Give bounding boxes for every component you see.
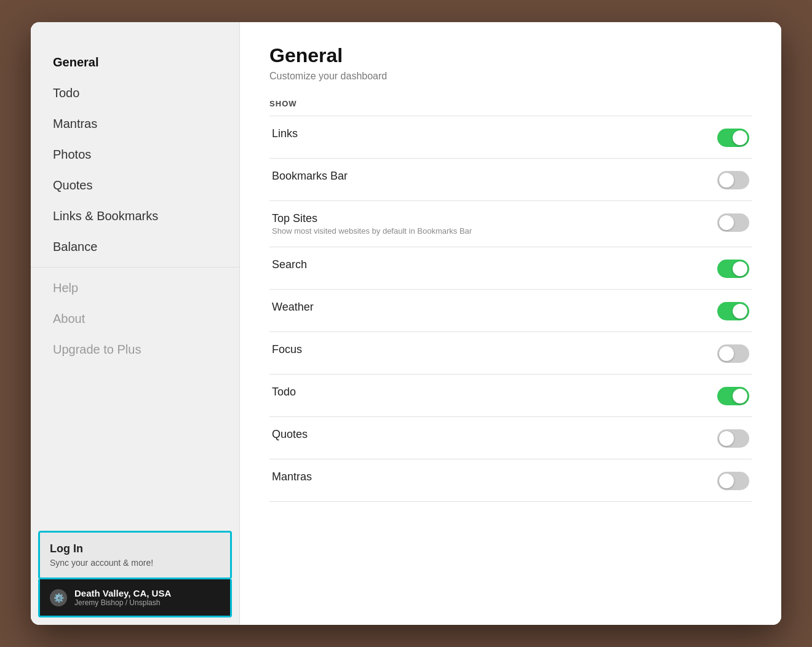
gear-icon[interactable]: ⚙️ xyxy=(50,589,67,606)
sidebar: General Todo Mantras Photos Quotes Links… xyxy=(31,22,240,625)
toggle-row-focus: Focus xyxy=(269,332,752,375)
toggle-label-search: Search xyxy=(272,258,307,271)
toggle-row-top-sites: Top SitesShow most visited websites by d… xyxy=(269,201,752,247)
toggle-label-focus: Focus xyxy=(272,343,302,356)
toggle-row-weather: Weather xyxy=(269,290,752,332)
sidebar-item-help[interactable]: Help xyxy=(31,272,239,303)
main-content: General Customize your dashboard SHOW Li… xyxy=(240,22,781,625)
sidebar-item-photos[interactable]: Photos xyxy=(31,139,239,170)
sidebar-item-mantras[interactable]: Mantras xyxy=(31,108,239,139)
sidebar-item-general[interactable]: General xyxy=(31,47,239,77)
toggle-label-top-sites: Top Sites xyxy=(272,212,472,225)
login-card-subtitle: Sync your account & more! xyxy=(50,558,220,568)
sidebar-item-balance[interactable]: Balance xyxy=(31,231,239,262)
toggle-list: LinksBookmarks BarTop SitesShow most vis… xyxy=(269,116,752,502)
toggle-switch-top-sites[interactable] xyxy=(717,213,749,232)
toggle-row-todo: Todo xyxy=(269,375,752,417)
toggle-switch-weather[interactable] xyxy=(717,302,749,320)
toggle-label-todo: Todo xyxy=(272,386,296,399)
location-bar: ⚙️ Death Valley, CA, USA Jeremy Bishop /… xyxy=(38,579,232,617)
sidebar-nav: General Todo Mantras Photos Quotes Links… xyxy=(31,41,239,526)
sidebar-item-links-bookmarks[interactable]: Links & Bookmarks xyxy=(31,200,239,231)
toggle-description-top-sites: Show most visited websites by default in… xyxy=(272,226,472,236)
toggle-label-quotes: Quotes xyxy=(272,428,308,441)
toggle-switch-focus[interactable] xyxy=(717,344,749,363)
sidebar-item-about[interactable]: About xyxy=(31,303,239,334)
sidebar-item-quotes[interactable]: Quotes xyxy=(31,170,239,200)
toggle-row-mantras: Mantras xyxy=(269,459,752,502)
sidebar-item-upgrade[interactable]: Upgrade to Plus xyxy=(31,334,239,365)
toggle-switch-quotes[interactable] xyxy=(717,429,749,448)
location-title: Death Valley, CA, USA xyxy=(74,588,171,598)
toggle-switch-todo[interactable] xyxy=(717,387,749,405)
toggle-row-links: Links xyxy=(269,116,752,159)
toggle-switch-mantras[interactable] xyxy=(717,472,749,490)
toggle-label-links: Links xyxy=(272,127,298,140)
login-card-title: Log In xyxy=(50,542,220,555)
page-subtitle: Customize your dashboard xyxy=(269,71,752,82)
sidebar-divider xyxy=(31,267,239,268)
toggle-row-bookmarks-bar: Bookmarks Bar xyxy=(269,159,752,201)
section-label: SHOW xyxy=(269,99,752,108)
sidebar-item-todo[interactable]: Todo xyxy=(31,77,239,108)
toggle-label-mantras: Mantras xyxy=(272,470,312,483)
toggle-label-weather: Weather xyxy=(272,301,314,314)
login-card[interactable]: Log In Sync your account & more! xyxy=(38,531,232,579)
location-info: Death Valley, CA, USA Jeremy Bishop / Un… xyxy=(74,588,171,607)
toggle-row-search: Search xyxy=(269,247,752,290)
settings-modal: General Todo Mantras Photos Quotes Links… xyxy=(31,22,781,625)
toggle-switch-search[interactable] xyxy=(717,260,749,278)
toggle-row-quotes: Quotes xyxy=(269,417,752,459)
toggle-switch-links[interactable] xyxy=(717,129,749,147)
toggle-label-bookmarks-bar: Bookmarks Bar xyxy=(272,170,348,183)
toggle-switch-bookmarks-bar[interactable] xyxy=(717,171,749,189)
page-title: General xyxy=(269,44,752,67)
location-credit: Jeremy Bishop / Unsplash xyxy=(74,598,171,607)
